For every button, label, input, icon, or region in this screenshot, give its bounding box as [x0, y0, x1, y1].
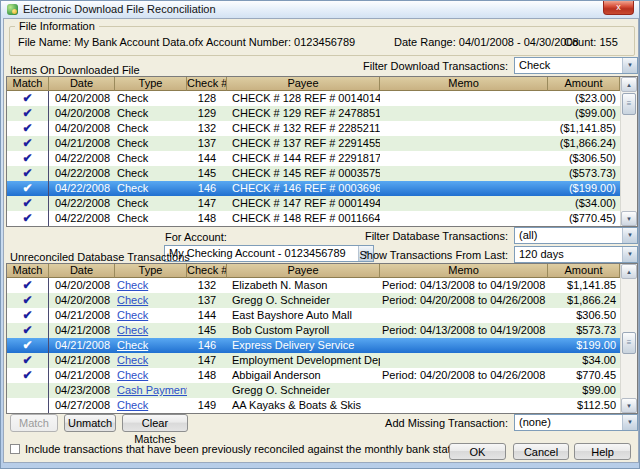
- transaction-row[interactable]: ✔04/20/2008Check128CHECK # 128 REF # 001…: [7, 91, 620, 106]
- amount-cell: ($1,141.85): [548, 121, 620, 136]
- table-header-row: MatchDateTypeCheck #PayeeMemoAmount: [7, 77, 620, 91]
- transaction-row[interactable]: ✔04/21/2008Check146Express Delivery Serv…: [7, 338, 620, 353]
- column-header-check[interactable]: Check #: [187, 77, 227, 91]
- match-checkmark-icon: ✔: [7, 293, 49, 308]
- date-range-field: Date Range: 04/01/2008 - 04/30/2008: [394, 36, 579, 48]
- type-link[interactable]: Check: [115, 353, 187, 368]
- help-button[interactable]: Help: [574, 443, 631, 460]
- transaction-row[interactable]: ✔04/22/2008Check147CHECK # 147 REF # 000…: [7, 196, 620, 211]
- column-header-date[interactable]: Date: [49, 264, 115, 278]
- filter-database-transactions-combo[interactable]: (all) ▼: [514, 227, 638, 244]
- type-link[interactable]: Check: [115, 398, 187, 413]
- type-link[interactable]: Check: [115, 308, 187, 323]
- type-link[interactable]: Check: [115, 338, 187, 353]
- payee-cell: CHECK # 145 REF # 000357570: [227, 166, 380, 181]
- column-header-payee[interactable]: Payee: [227, 264, 380, 278]
- transaction-row[interactable]: ✔04/21/2008Check148Abbigail AndersonPeri…: [7, 368, 620, 383]
- scrollbar-up-button[interactable]: ▲: [621, 264, 637, 279]
- cancel-button[interactable]: Cancel: [513, 443, 569, 460]
- match-checkmark-icon: ✔: [7, 323, 49, 338]
- date-cell: 04/22/2008: [49, 196, 115, 211]
- column-header-type[interactable]: Type: [115, 77, 187, 91]
- transaction-row[interactable]: 04/27/2008Check149AA Kayaks & Boats & Sk…: [7, 398, 620, 413]
- vertical-scrollbar[interactable]: ▲≡▼: [620, 264, 637, 413]
- include-reconciled-checkbox[interactable]: [10, 444, 20, 454]
- column-header-match[interactable]: Match: [7, 77, 49, 91]
- type-cell: Check: [115, 136, 187, 151]
- amount-cell: $199.00: [548, 338, 620, 353]
- file-information-label: File Information: [15, 20, 99, 32]
- check-number-cell: 147: [187, 196, 227, 211]
- payee-cell: Elizabeth N. Mason: [227, 278, 380, 293]
- filter-download-transactions-value: Check: [519, 59, 550, 71]
- ok-button[interactable]: OK: [449, 443, 506, 460]
- date-cell: 04/20/2008: [49, 106, 115, 121]
- clear-matches-button[interactable]: Clear Matches: [122, 414, 188, 432]
- vertical-scrollbar[interactable]: ▲≡▼: [620, 77, 637, 226]
- date-cell: 04/21/2008: [49, 338, 115, 353]
- table-body: ✔04/20/2008Check128CHECK # 128 REF # 001…: [7, 91, 620, 226]
- column-header-memo[interactable]: Memo: [380, 264, 548, 278]
- date-cell: 04/21/2008: [49, 136, 115, 151]
- column-header-date[interactable]: Date: [49, 77, 115, 91]
- column-header-memo[interactable]: Memo: [380, 77, 548, 91]
- type-link[interactable]: Check: [115, 278, 187, 293]
- column-header-payee[interactable]: Payee: [227, 77, 380, 91]
- memo-cell: [380, 121, 548, 136]
- app-icon: [7, 4, 18, 15]
- scrollbar-down-button[interactable]: ▼: [621, 398, 637, 413]
- transaction-row[interactable]: ✔04/20/2008Check137Gregg O. SchneiderPer…: [7, 293, 620, 308]
- dropdown-arrow-icon: ▼: [622, 415, 637, 430]
- add-missing-transaction-value: (none): [519, 416, 551, 428]
- close-button[interactable]: x: [603, 1, 634, 15]
- show-transactions-from-last-combo[interactable]: 120 days ▼: [514, 246, 638, 263]
- transaction-row[interactable]: ✔04/22/2008Check145CHECK # 145 REF # 000…: [7, 166, 620, 181]
- match-checkmark-icon: ✔: [7, 136, 49, 151]
- unmatch-button[interactable]: Unmatch: [64, 414, 116, 432]
- check-number-cell: [187, 383, 227, 398]
- type-cell: Check: [115, 196, 187, 211]
- add-missing-transaction-combo[interactable]: (none) ▼: [514, 414, 638, 431]
- amount-cell: ($99.00): [548, 106, 620, 121]
- check-number-cell: 149: [187, 398, 227, 413]
- payee-cell: CHECK # 132 REF # 228521150: [227, 121, 380, 136]
- type-link[interactable]: Cash Payment: [115, 383, 187, 398]
- memo-cell: [380, 338, 548, 353]
- transaction-row[interactable]: ✔04/21/2008Check147Employment Developmen…: [7, 353, 620, 368]
- amount-cell: $112.50: [548, 398, 620, 413]
- filter-download-transactions-combo[interactable]: Check ▼: [514, 57, 638, 74]
- check-number-cell: 146: [187, 338, 227, 353]
- transaction-row[interactable]: ✔04/22/2008Check148CHECK # 148 REF # 001…: [7, 211, 620, 226]
- transaction-row[interactable]: ✔04/21/2008Check144East Bayshore Auto Ma…: [7, 308, 620, 323]
- scrollbar-up-button[interactable]: ▲: [621, 77, 637, 92]
- transaction-row[interactable]: ✔04/20/2008Check132Elizabeth N. MasonPer…: [7, 278, 620, 293]
- amount-cell: ($1,866.24): [548, 136, 620, 151]
- memo-cell: [380, 166, 548, 181]
- column-header-check[interactable]: Check #: [187, 264, 227, 278]
- type-link[interactable]: Check: [115, 368, 187, 383]
- column-header-type[interactable]: Type: [115, 264, 187, 278]
- amount-cell: ($199.00): [548, 181, 620, 196]
- date-cell: 04/20/2008: [49, 121, 115, 136]
- date-cell: 04/20/2008: [49, 278, 115, 293]
- match-button[interactable]: Match: [10, 414, 58, 432]
- column-header-match[interactable]: Match: [7, 264, 49, 278]
- title-bar[interactable]: Electronic Download File Reconciliation …: [1, 1, 639, 18]
- transaction-row[interactable]: 04/23/2008Cash PaymentGregg O. Schneider…: [7, 383, 620, 398]
- type-link[interactable]: Check: [115, 293, 187, 308]
- column-header-amount[interactable]: Amount: [548, 77, 620, 91]
- scrollbar-thumb[interactable]: ≡: [622, 93, 636, 115]
- transaction-row[interactable]: ✔04/20/2008Check129CHECK # 129 REF # 247…: [7, 106, 620, 121]
- transaction-row[interactable]: ✔04/22/2008Check144CHECK # 144 REF # 229…: [7, 151, 620, 166]
- transaction-row[interactable]: ✔04/22/2008Check146CHECK # 146 REF # 000…: [7, 181, 620, 196]
- for-account-combo[interactable]: My Checking Account - 0123456789 ▼: [164, 245, 374, 262]
- transaction-row[interactable]: ✔04/20/2008Check132CHECK # 132 REF # 228…: [7, 121, 620, 136]
- scrollbar-down-button[interactable]: ▼: [621, 211, 637, 226]
- column-header-amount[interactable]: Amount: [548, 264, 620, 278]
- transaction-row[interactable]: ✔04/21/2008Check137CHECK # 137 REF # 229…: [7, 136, 620, 151]
- type-link[interactable]: Check: [115, 323, 187, 338]
- check-number-cell: 145: [187, 166, 227, 181]
- memo-cell: [380, 383, 548, 398]
- scrollbar-thumb[interactable]: ≡: [622, 332, 636, 354]
- transaction-row[interactable]: ✔04/21/2008Check145Bob Custom PayrollPer…: [7, 323, 620, 338]
